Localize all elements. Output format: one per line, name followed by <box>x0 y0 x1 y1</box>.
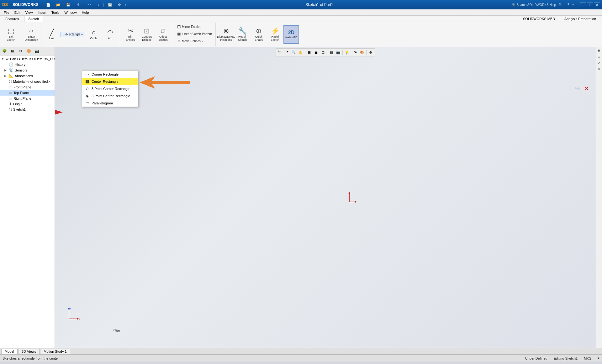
menu-help[interactable]: Help <box>79 10 92 15</box>
circle-btn[interactable]: ○ Circle <box>86 25 102 44</box>
close-btn[interactable]: ✕ <box>594 2 600 7</box>
sketch-tools-items: ╱ Line ▭ Rectangle ▾ ○ Circle ◠ Arc <box>44 23 118 46</box>
tab-features[interactable]: Features <box>1 16 23 22</box>
view-wireframe-btn[interactable]: ⊞ <box>306 49 313 55</box>
left-icon-property[interactable]: ⊞ <box>9 48 16 55</box>
exit-group-items: ⬚ ExitSketch <box>3 23 19 46</box>
minimize-btn[interactable]: ─ <box>580 2 586 7</box>
line-btn[interactable]: ╱ Line <box>44 25 60 44</box>
options-btn[interactable]: ⚙ <box>116 2 123 8</box>
instant2d-btn[interactable]: 2D Instant2D <box>283 25 299 44</box>
tree-item-annotations[interactable]: ▶ 📐 Annotations <box>0 73 55 79</box>
move-entities-btn[interactable]: ✥ Move Entities ▾ <box>176 38 204 45</box>
print-btn[interactable]: 🖨 <box>74 2 82 7</box>
undo-btn[interactable]: ↩ <box>86 2 93 8</box>
tab-sketch[interactable]: Sketch <box>24 16 43 22</box>
tree-item-origin[interactable]: ✛ Origin <box>0 101 55 107</box>
rapid-sketch-label: RapidSketch <box>271 35 279 41</box>
menu-window[interactable]: Window <box>62 10 79 15</box>
exit-sketch-btn[interactable]: ⬚ ExitSketch <box>3 25 19 44</box>
menu-insert[interactable]: Insert <box>35 10 49 15</box>
new-btn[interactable]: 📄 <box>44 2 52 8</box>
view-hide-btn[interactable]: 👁 <box>352 49 359 55</box>
view-label: *Top <box>113 329 120 333</box>
left-icon-featuretree[interactable]: 🌳 <box>1 48 8 55</box>
status-units-arrow[interactable]: ▾ <box>598 356 599 360</box>
tree-root[interactable]: ▼ ⚙ Part1 (Default<<Default>_Display S <box>0 56 55 62</box>
main-content: 🌳 ⊞ ⚙ 🎨 📷 ▼ ⚙ Part1 (Default<<Default>_D… <box>0 47 602 348</box>
offset-entities-btn[interactable]: ⧉ OffsetEntities <box>155 25 171 44</box>
tab-3d-views[interactable]: 3D Views <box>18 349 40 354</box>
trim-entities-btn[interactable]: ✂ TrimEntities <box>123 25 138 44</box>
rapid-sketch-btn[interactable]: ⚡ RapidSketch <box>267 25 283 44</box>
rectangle-main-btn[interactable]: ▭ Rectangle ▾ <box>60 32 85 37</box>
arc-btn[interactable]: ◠ Arc <box>102 25 118 44</box>
canvas-area[interactable]: 🔭 ↺ 🔍 ✋ ⊞ ◼ ⊡ ▤ 📷 💡 👁 🎨 ⚙ ↩ <box>55 47 596 348</box>
right-panel-maximize[interactable]: ⤢ <box>596 60 602 66</box>
tree-item-front-plane[interactable]: ▭ Front Plane <box>0 84 55 90</box>
view-settings-btn[interactable]: ⚙ <box>367 49 374 55</box>
smart-dimension-btn[interactable]: ↔ SmartDimension <box>24 25 39 44</box>
view-lights-btn[interactable]: 💡 <box>343 49 350 55</box>
svg-text:X: X <box>79 318 80 321</box>
view-zoom-btn[interactable]: 🔍 <box>290 49 297 55</box>
view-appear-btn[interactable]: 🎨 <box>359 49 366 55</box>
mirror-entities-btn[interactable]: ⊞ Mirror Entities <box>176 23 203 30</box>
menu-edit[interactable]: Edit <box>12 10 23 15</box>
status-bar: Sketches a rectangle from the center Und… <box>0 355 602 361</box>
dropdown-corner-rect[interactable]: ▭ Corner Rectangle <box>82 71 138 78</box>
center-rect-label: Center Rectangle <box>92 80 119 83</box>
tab-motion-study[interactable]: Motion Study 1 <box>40 349 70 354</box>
tab-analysis-prep[interactable]: Analysis Preparation <box>560 16 600 22</box>
dropdown-3pt-corner[interactable]: ◇ 3 Point Corner Rectangle <box>82 85 138 92</box>
tree-item-history[interactable]: 🕐 History <box>0 62 55 67</box>
dropdown-parallelogram[interactable]: ▱ Parallelogram <box>82 99 138 107</box>
canvas-close-btn[interactable]: ✕ <box>584 85 589 92</box>
view-orientation-btn[interactable]: 🔭 <box>277 49 283 55</box>
left-icon-camera[interactable]: 📷 <box>33 48 41 55</box>
repair-sketch-btn[interactable]: 🔧 RepairSketch <box>235 25 250 44</box>
maximize-btn[interactable]: □ <box>587 2 593 7</box>
redo-btn[interactable]: ↪ <box>95 2 101 8</box>
view-edges-btn[interactable]: ⊡ <box>319 49 326 55</box>
tree-item-sensors[interactable]: ▶ 📡 Sensors <box>0 67 55 73</box>
view-section-btn[interactable]: ▤ <box>328 49 335 55</box>
menu-tools[interactable]: Tools <box>49 10 62 15</box>
left-icon-config[interactable]: ⚙ <box>17 48 24 55</box>
origin-axes <box>348 191 357 204</box>
tree-item-right-plane[interactable]: ▭ Right Plane <box>0 96 55 101</box>
tab-solidworks-mbd[interactable]: SOLIDWORKS MBD <box>519 16 559 22</box>
menu-file[interactable]: File <box>1 10 12 15</box>
view-shaded-btn[interactable]: ◼ <box>313 49 319 55</box>
mirror-icon: ⊞ <box>177 24 181 29</box>
tree-item-sketch1[interactable]: (-) Sketch1 <box>0 107 55 112</box>
dropdown-center-rect[interactable]: ▦ Center Rectangle <box>82 78 138 85</box>
help-query-btn[interactable]: ? <box>565 2 571 7</box>
open-btn[interactable]: 📂 <box>54 2 62 8</box>
right-panel-btn1[interactable]: ▣ <box>596 48 602 53</box>
rectangle-icon: ▭ <box>63 33 66 36</box>
view-rotate-btn[interactable]: ↺ <box>283 49 290 55</box>
linear-pattern-btn[interactable]: ⊠ Linear Sketch Pattern <box>176 30 214 37</box>
quick-snaps-btn[interactable]: ⊕ QuickSnaps <box>251 25 267 44</box>
move-dropdown-arrow[interactable]: ▾ <box>202 40 203 43</box>
rectangle-dropdown-menu: ▭ Corner Rectangle ▦ Center Rectangle ◇ … <box>82 70 138 107</box>
right-panel-close[interactable]: ✕ <box>596 66 602 72</box>
left-icon-appearance[interactable]: 🎨 <box>25 48 33 55</box>
view-camera-btn[interactable]: 📷 <box>335 49 342 55</box>
view-pan-btn[interactable]: ✋ <box>297 49 304 55</box>
3pt-center-label: 3 Point Center Rectangle <box>92 94 130 98</box>
save-btn[interactable]: 💾 <box>64 2 72 8</box>
convert-entities-btn[interactable]: ⊡ ConvertEntities <box>139 25 155 44</box>
3pt-corner-label: 3 Point Corner Rectangle <box>92 87 130 91</box>
corner-rect-icon: ▭ <box>85 72 90 76</box>
tab-model[interactable]: Model <box>1 349 18 354</box>
dropdown-3pt-center[interactable]: ◈ 3 Point Center Rectangle <box>82 92 138 99</box>
rebuild-btn[interactable]: 🔄 <box>106 2 114 8</box>
menu-view[interactable]: View <box>23 10 35 15</box>
right-panel-btn2[interactable]: □ <box>596 54 602 60</box>
display-delete-btn[interactable]: ⊗ Display/DeleteRelations <box>218 25 234 44</box>
tree-item-material[interactable]: ⬡ Material <not specified> <box>0 79 55 84</box>
rectangle-dropdown-arrow[interactable]: ▾ <box>81 33 83 36</box>
tree-item-top-plane[interactable]: ▭ Top Plane <box>0 90 55 96</box>
